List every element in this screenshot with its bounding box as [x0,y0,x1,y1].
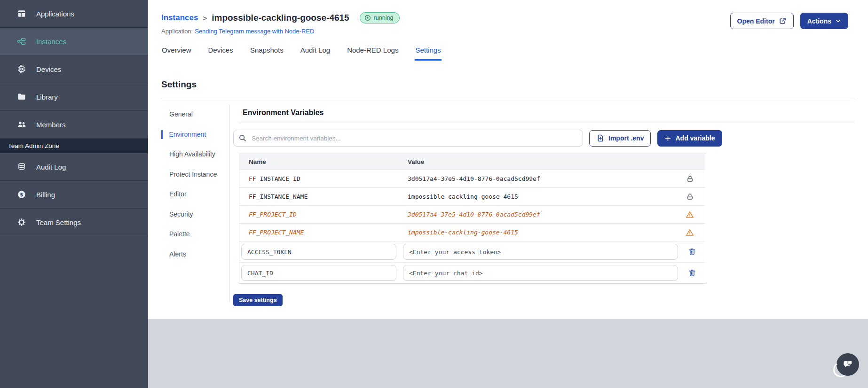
settings-nav-editor[interactable]: Editor [161,190,218,199]
vertical-divider [229,105,229,302]
chat-widget-button[interactable] [836,353,859,376]
chat-bubbles-icon [842,358,854,371]
gear-icon [17,217,26,227]
chevron-down-icon [835,18,841,24]
sidebar-item-label: Devices [36,65,61,73]
env-name: FF_PROJECT_NAME [239,229,408,236]
settings-nav-environment[interactable]: Environment [161,130,218,140]
trash-icon [688,269,696,277]
env-row [239,262,706,283]
sidebar-item-label: Billing [36,191,55,199]
settings-nav-high-availability[interactable]: High Availability [161,150,218,159]
application-link[interactable]: Sending Telegram message with Node-RED [195,28,314,35]
settings-nav-alerts[interactable]: Alerts [161,250,218,259]
page-title: Settings [161,79,855,90]
delete-variable-button[interactable] [678,248,706,256]
play-circle-icon [364,15,371,21]
sidebar-item-library[interactable]: Library [0,83,148,111]
panel-title: Environment Variables [243,109,855,117]
settings-divider [161,98,855,98]
warning-icon [686,228,694,237]
plus-icon [664,135,671,142]
tab-audit-log[interactable]: Audit Log [300,46,331,61]
env-name: FF_INSTANCE_ID [239,175,408,182]
tab-overview[interactable]: Overview [161,46,192,61]
env-name-input[interactable] [241,265,396,281]
warning-icon [686,210,694,219]
users-icon [17,120,26,129]
import-env-label: Import .env [608,134,644,142]
tab-settings[interactable]: Settings [415,46,441,61]
sidebar-item-label: Team Settings [36,218,81,226]
column-header-name: Name [239,158,408,165]
env-value: impossible-cackling-goose-4615 [408,193,674,200]
settings-nav-general[interactable]: General [161,110,218,119]
breadcrumb-instances-link[interactable]: Instances [161,13,198,23]
search-input[interactable] [233,130,583,147]
instance-tabs: OverviewDevicesSnapshotsAudit LogNode-RE… [161,46,855,61]
main-area: Instances > impossible-cackling-goose-46… [148,0,868,388]
settings-nav-security[interactable]: Security [161,210,218,219]
sidebar-main-nav: Applications Instances Devices Library M… [0,0,148,139]
sidebar-item-members[interactable]: Members [0,111,148,139]
sidebar-item-team-settings[interactable]: Team Settings [0,209,148,236]
sidebar-item-instances[interactable]: Instances [0,28,148,55]
sidebar-item-billing[interactable]: $ Billing [0,181,148,209]
node-red-flow-icon [17,37,26,46]
team-admin-zone-label: Team Admin Zone [0,139,148,153]
sidebar-admin-nav: Audit Log $ Billing Team Settings [0,153,148,236]
save-settings-button[interactable]: Save settings [233,294,283,306]
settings-nav-palette[interactable]: Palette [161,230,218,239]
env-row: FF_PROJECT_ID 3d0517a4-37e5-4d10-8776-0a… [239,205,706,223]
delete-variable-button[interactable] [678,269,706,277]
env-name: FF_PROJECT_ID [239,211,408,218]
search-box [233,130,583,147]
env-value-input[interactable] [403,244,678,260]
actions-label: Actions [807,17,831,25]
actions-button[interactable]: Actions [800,13,848,29]
search-icon [238,134,247,144]
status-badge: running [360,12,400,23]
env-row: FF_PROJECT_NAME impossible-cackling-goos… [239,223,706,241]
tab-node-red-logs[interactable]: Node-RED Logs [347,46,399,61]
application-label: Application: [161,28,193,35]
panel-divider [239,123,855,123]
env-toolbar: Import .env Add variable [233,130,855,147]
env-row: FF_INSTANCE_ID 3d0517a4-37e5-4d10-8776-0… [239,170,706,187]
breadcrumb-separator: > [203,14,207,22]
env-name: FF_INSTANCE_NAME [239,193,408,200]
sidebar: Applications Instances Devices Library M… [0,0,148,388]
dollar-circle-icon: $ [17,190,26,199]
sidebar-item-label: Audit Log [36,163,66,171]
applications-grid-icon [17,9,26,18]
add-variable-label: Add variable [675,134,715,142]
environment-panel: Environment Variables Import .env [233,105,855,306]
lock-icon [686,193,694,201]
status-badge-label: running [374,15,394,21]
env-row [239,241,706,262]
database-icon [17,162,26,171]
open-editor-button[interactable]: Open Editor [730,13,794,29]
trash-icon [688,248,696,256]
external-link-icon [779,17,787,25]
instance-name: impossible-cackling-goose-4615 [212,13,349,23]
add-variable-button[interactable]: Add variable [657,130,722,147]
env-value-input[interactable] [403,265,678,281]
sidebar-item-applications[interactable]: Applications [0,0,148,28]
tab-snapshots[interactable]: Snapshots [250,46,284,61]
chip-icon [17,64,26,74]
sidebar-item-devices[interactable]: Devices [0,55,148,83]
env-row: FF_INSTANCE_NAME impossible-cackling-goo… [239,187,706,205]
import-doc-icon [596,134,605,142]
env-name-input[interactable] [241,244,396,260]
open-editor-label: Open Editor [737,17,775,25]
svg-text:$: $ [20,192,23,197]
sidebar-item-label: Library [36,93,58,101]
settings-nav-protect-instance[interactable]: Protect Instance [161,170,218,179]
lock-icon [686,175,694,183]
page-footer-band [148,319,868,388]
sidebar-item-audit-log[interactable]: Audit Log [0,153,148,181]
tab-devices[interactable]: Devices [208,46,234,61]
header-actions: Open Editor Actions [730,13,848,29]
import-env-button[interactable]: Import .env [589,130,651,147]
